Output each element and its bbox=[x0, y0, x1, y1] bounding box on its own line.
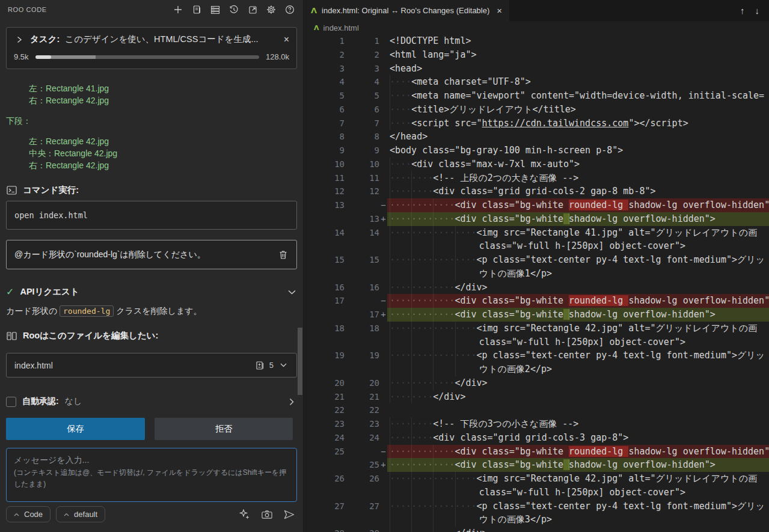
close-icon[interactable]: × bbox=[497, 5, 502, 16]
code-text[interactable]: ····<title>グリッドレイアウト</title> bbox=[387, 103, 769, 117]
reject-button[interactable]: 拒否 bbox=[155, 418, 293, 440]
code-text[interactable]: ····<meta charset="UTF-8"> bbox=[387, 75, 769, 89]
edit-file-box[interactable]: index.html 5 bbox=[6, 353, 297, 378]
code-line[interactable]: 88</head> bbox=[304, 130, 769, 144]
code-line[interactable]: 2323········<!-- 下段の3つの小さな画像 --> bbox=[304, 417, 769, 431]
code-text[interactable]: ············</div> bbox=[387, 376, 769, 390]
code-line[interactable]: class="w-full h-[250px] object-cover"> bbox=[304, 486, 769, 500]
sidebar-scrollbar[interactable] bbox=[298, 328, 302, 395]
code-text[interactable]: ············</div> bbox=[387, 281, 769, 295]
arrow-up-icon[interactable]: ↑ bbox=[740, 5, 745, 16]
code-text[interactable]: ············<div class="bg-white shadow-… bbox=[387, 212, 769, 226]
code-text[interactable]: class="w-full h-[250px] object-cover"> bbox=[387, 335, 769, 349]
code-area[interactable]: 11<!DOCTYPE html>22<html lang="ja">33<he… bbox=[304, 34, 769, 532]
tab-index-html-diff[interactable]: Λ index.html: Original ↔ Roo's Changes (… bbox=[304, 0, 509, 21]
code-line[interactable]: 33<head> bbox=[304, 62, 769, 76]
breadcrumb[interactable]: Λ index.html bbox=[304, 21, 769, 34]
camera-icon[interactable] bbox=[262, 509, 272, 520]
code-text[interactable] bbox=[387, 403, 769, 417]
code-text[interactable]: ········<!-- 下段の3つの小さな画像 --> bbox=[387, 417, 769, 431]
code-line[interactable]: ウトの画像2</p> bbox=[304, 362, 769, 376]
code-line[interactable]: 1111········<!-- 上段の2つの大きな画像 --> bbox=[304, 171, 769, 185]
code-line[interactable]: class="w-full h-[250px] object-cover"> bbox=[304, 239, 769, 253]
chevron-right-icon[interactable] bbox=[14, 34, 25, 45]
close-icon[interactable]: × bbox=[284, 35, 289, 44]
code-line[interactable]: 17−············<div class="bg-white roun… bbox=[304, 294, 769, 308]
code-line[interactable]: 2828············</div> bbox=[304, 527, 769, 532]
command-box[interactable]: open index.html bbox=[6, 201, 297, 230]
code-text[interactable]: class="w-full h-[250px] object-cover"> bbox=[387, 486, 769, 500]
code-text[interactable]: ············<div class="bg-white rounded… bbox=[387, 445, 769, 459]
api-request-row[interactable]: ✓ APIリクエスト bbox=[6, 286, 297, 298]
code-text[interactable]: ················<p class="text-center py… bbox=[387, 349, 769, 362]
code-text[interactable]: ········<!-- 上段の2つの大きな画像 --> bbox=[387, 171, 769, 185]
arrow-down-icon[interactable]: ↓ bbox=[755, 5, 760, 16]
code-text[interactable]: ····<script src="https://cdn.tailwindcss… bbox=[387, 117, 769, 130]
sparkle-icon[interactable] bbox=[239, 509, 250, 520]
code-line[interactable]: 1414················<img src="Rectangle … bbox=[304, 226, 769, 240]
history-icon[interactable] bbox=[228, 4, 239, 15]
code-text[interactable]: ············<div class="bg-white shadow-… bbox=[387, 458, 769, 472]
code-text[interactable]: ············<div class="bg-white rounded… bbox=[387, 198, 769, 212]
code-line[interactable]: 13+············<div class="bg-white shad… bbox=[304, 212, 769, 226]
code-line[interactable]: 66····<title>グリッドレイアウト</title> bbox=[304, 103, 769, 117]
code-text[interactable]: <body class="bg-gray-100 min-h-screen p-… bbox=[387, 144, 769, 157]
code-line[interactable]: 55····<meta name="viewport" content="wid… bbox=[304, 89, 769, 103]
code-line[interactable]: 25+············<div class="bg-white shad… bbox=[304, 458, 769, 472]
code-line[interactable]: 1818················<img src="Rectangle … bbox=[304, 322, 769, 335]
plus-icon[interactable] bbox=[173, 4, 183, 15]
auto-approve-row[interactable]: 自動承認: なし bbox=[6, 396, 297, 407]
server-icon[interactable] bbox=[210, 4, 221, 15]
code-text[interactable]: ········</div> bbox=[387, 390, 769, 404]
code-text[interactable]: class="w-full h-[250px] object-cover"> bbox=[387, 239, 769, 253]
help-icon[interactable] bbox=[284, 4, 295, 15]
code-text[interactable]: ウトの画像1</p> bbox=[387, 267, 769, 281]
code-text[interactable]: ············<div class="bg-white shadow-… bbox=[387, 308, 769, 322]
code-line[interactable]: 99<body class="bg-gray-100 min-h-screen … bbox=[304, 144, 769, 157]
mode-pill-default[interactable]: default bbox=[56, 506, 105, 522]
code-line[interactable]: 1616············</div> bbox=[304, 281, 769, 295]
code-text[interactable]: ················<p class="text-center py… bbox=[387, 500, 769, 513]
code-line[interactable]: 11<!DOCTYPE html> bbox=[304, 34, 769, 48]
code-line[interactable]: 2626················<img src="Rectangle … bbox=[304, 472, 769, 486]
code-line[interactable]: ウトの画像1</p> bbox=[304, 267, 769, 281]
code-line[interactable]: 1212········<div class="grid grid-cols-2… bbox=[304, 185, 769, 198]
code-text[interactable]: </head> bbox=[387, 130, 769, 144]
code-text[interactable]: ウトの画像3</p> bbox=[387, 513, 769, 527]
code-line[interactable]: 44····<meta charset="UTF-8"> bbox=[304, 75, 769, 89]
auto-approve-checkbox[interactable] bbox=[6, 397, 16, 407]
open-external-icon[interactable] bbox=[247, 4, 258, 15]
code-line[interactable]: ウトの画像3</p> bbox=[304, 513, 769, 527]
chevron-right-icon[interactable] bbox=[286, 396, 297, 407]
code-line[interactable]: 25−············<div class="bg-white roun… bbox=[304, 445, 769, 459]
code-text[interactable]: ················<img src="Rectangle 42.j… bbox=[387, 322, 769, 335]
code-text[interactable]: ················<img src="Rectangle 41.j… bbox=[387, 226, 769, 240]
code-line[interactable]: 2020············</div> bbox=[304, 376, 769, 390]
code-line[interactable]: 1919················<p class="text-cente… bbox=[304, 349, 769, 362]
code-text[interactable]: <head> bbox=[387, 62, 769, 76]
code-text[interactable]: ········<div class="grid grid-cols-3 gap… bbox=[387, 431, 769, 445]
code-text[interactable]: ········<div class="grid grid-cols-2 gap… bbox=[387, 185, 769, 198]
code-line[interactable]: 22<html lang="ja"> bbox=[304, 48, 769, 62]
code-text[interactable]: ····<meta name="viewport" content="width… bbox=[387, 89, 769, 103]
code-line[interactable]: 77····<script src="https://cdn.tailwindc… bbox=[304, 117, 769, 130]
code-text[interactable]: <html lang="ja"> bbox=[387, 48, 769, 62]
code-line[interactable]: 13−············<div class="bg-white roun… bbox=[304, 198, 769, 212]
code-line[interactable]: 17+············<div class="bg-white shad… bbox=[304, 308, 769, 322]
code-line[interactable]: 2222 bbox=[304, 403, 769, 417]
clipboard-icon[interactable] bbox=[191, 4, 202, 15]
save-button[interactable]: 保存 bbox=[6, 418, 145, 440]
feedback-box[interactable]: @カード形状の`rounded-lg`は削除してください。 bbox=[6, 240, 297, 269]
chevron-down-icon[interactable] bbox=[278, 360, 289, 371]
code-line[interactable]: 1515················<p class="text-cente… bbox=[304, 253, 769, 267]
message-input[interactable]: メッセージを入力... (コンテキスト追加は@、モード切替は/, ファイルをドラ… bbox=[6, 448, 297, 502]
code-text[interactable]: ············</div> bbox=[387, 527, 769, 532]
trash-icon[interactable] bbox=[278, 249, 289, 260]
code-line[interactable]: 2727················<p class="text-cente… bbox=[304, 500, 769, 513]
chevron-down-icon[interactable] bbox=[286, 287, 297, 298]
code-text[interactable]: ウトの画像2</p> bbox=[387, 362, 769, 376]
gear-icon[interactable] bbox=[266, 4, 277, 15]
code-line[interactable]: 2121········</div> bbox=[304, 390, 769, 404]
code-line[interactable]: class="w-full h-[250px] object-cover"> bbox=[304, 335, 769, 349]
mode-pill-code[interactable]: Code bbox=[6, 506, 51, 522]
